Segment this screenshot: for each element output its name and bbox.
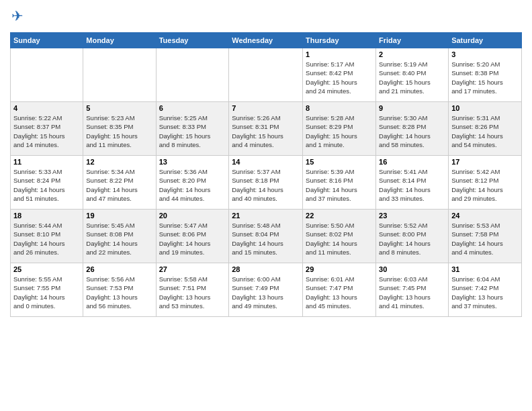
day-info: Sunrise: 5:25 AM Sunset: 8:33 PM Dayligh…	[159, 113, 226, 149]
day-number: 27	[159, 265, 226, 273]
day-info: Sunrise: 5:19 AM Sunset: 8:40 PM Dayligh…	[379, 60, 445, 95]
calendar-cell	[156, 48, 229, 102]
day-info: Sunrise: 5:23 AM Sunset: 8:35 PM Dayligh…	[86, 113, 152, 149]
calendar-cell: 7Sunrise: 5:26 AM Sunset: 8:31 PM Daylig…	[229, 102, 303, 156]
calendar-cell: 24Sunrise: 5:53 AM Sunset: 7:58 PM Dayli…	[449, 210, 522, 263]
calendar-cell: 8Sunrise: 5:28 AM Sunset: 8:29 PM Daylig…	[303, 102, 376, 156]
calendar-cell: 25Sunrise: 5:55 AM Sunset: 7:55 PM Dayli…	[11, 263, 83, 317]
calendar-cell: 16Sunrise: 5:41 AM Sunset: 8:14 PM Dayli…	[376, 156, 449, 210]
calendar-day-header: Thursday	[303, 33, 376, 48]
day-info: Sunrise: 6:03 AM Sunset: 7:45 PM Dayligh…	[379, 275, 445, 310]
day-info: Sunrise: 5:30 AM Sunset: 8:28 PM Dayligh…	[379, 113, 445, 149]
calendar-cell: 20Sunrise: 5:47 AM Sunset: 8:06 PM Dayli…	[156, 210, 229, 263]
calendar-cell: 31Sunrise: 6:04 AM Sunset: 7:42 PM Dayli…	[449, 263, 522, 317]
calendar-week-row: 1Sunrise: 5:17 AM Sunset: 8:42 PM Daylig…	[11, 48, 522, 102]
day-number: 20	[159, 212, 226, 220]
calendar-cell: 14Sunrise: 5:37 AM Sunset: 8:18 PM Dayli…	[229, 156, 303, 210]
day-number: 29	[306, 265, 373, 273]
day-number: 19	[86, 212, 152, 220]
calendar-cell: 6Sunrise: 5:25 AM Sunset: 8:33 PM Daylig…	[156, 102, 229, 156]
day-info: Sunrise: 5:17 AM Sunset: 8:42 PM Dayligh…	[306, 60, 373, 95]
day-number: 28	[232, 265, 300, 273]
calendar-cell: 28Sunrise: 6:00 AM Sunset: 7:49 PM Dayli…	[229, 263, 303, 317]
calendar-cell	[83, 48, 156, 102]
day-number: 24	[451, 212, 519, 220]
day-info: Sunrise: 5:47 AM Sunset: 8:06 PM Dayligh…	[159, 221, 226, 257]
day-info: Sunrise: 5:52 AM Sunset: 8:00 PM Dayligh…	[379, 221, 445, 257]
calendar-week-row: 4Sunrise: 5:22 AM Sunset: 8:37 PM Daylig…	[11, 102, 522, 156]
day-number: 11	[13, 158, 80, 166]
day-number: 18	[13, 212, 80, 220]
calendar-cell: 10Sunrise: 5:31 AM Sunset: 8:26 PM Dayli…	[449, 102, 522, 156]
day-info: Sunrise: 5:26 AM Sunset: 8:31 PM Dayligh…	[232, 113, 300, 149]
day-number: 21	[232, 212, 300, 220]
calendar-cell: 9Sunrise: 5:30 AM Sunset: 8:28 PM Daylig…	[376, 102, 449, 156]
calendar-week-row: 25Sunrise: 5:55 AM Sunset: 7:55 PM Dayli…	[11, 263, 522, 317]
calendar-cell: 2Sunrise: 5:19 AM Sunset: 8:40 PM Daylig…	[376, 48, 449, 102]
calendar-day-header: Monday	[83, 33, 156, 48]
calendar-week-row: 11Sunrise: 5:33 AM Sunset: 8:24 PM Dayli…	[11, 156, 522, 210]
day-info: Sunrise: 5:44 AM Sunset: 8:10 PM Dayligh…	[13, 221, 80, 257]
day-number: 15	[306, 158, 373, 166]
day-info: Sunrise: 5:39 AM Sunset: 8:16 PM Dayligh…	[306, 167, 373, 203]
calendar-cell: 27Sunrise: 5:58 AM Sunset: 7:51 PM Dayli…	[156, 263, 229, 317]
day-number: 13	[159, 158, 226, 166]
header: ✈	[10, 7, 522, 27]
day-number: 30	[379, 265, 445, 273]
day-info: Sunrise: 5:31 AM Sunset: 8:26 PM Dayligh…	[451, 113, 519, 149]
calendar-cell: 29Sunrise: 6:01 AM Sunset: 7:47 PM Dayli…	[303, 263, 376, 317]
calendar-table: SundayMondayTuesdayWednesdayThursdayFrid…	[10, 32, 522, 317]
day-info: Sunrise: 5:42 AM Sunset: 8:12 PM Dayligh…	[451, 167, 519, 203]
day-number: 8	[306, 104, 373, 112]
calendar-header-row: SundayMondayTuesdayWednesdayThursdayFrid…	[11, 33, 522, 48]
calendar-cell: 13Sunrise: 5:36 AM Sunset: 8:20 PM Dayli…	[156, 156, 229, 210]
day-info: Sunrise: 5:56 AM Sunset: 7:53 PM Dayligh…	[86, 275, 152, 310]
day-number: 6	[159, 104, 226, 112]
day-info: Sunrise: 5:22 AM Sunset: 8:37 PM Dayligh…	[13, 113, 80, 149]
calendar-cell: 17Sunrise: 5:42 AM Sunset: 8:12 PM Dayli…	[449, 156, 522, 210]
day-number: 7	[232, 104, 300, 112]
calendar-cell: 3Sunrise: 5:20 AM Sunset: 8:38 PM Daylig…	[449, 48, 522, 102]
calendar-cell: 30Sunrise: 6:03 AM Sunset: 7:45 PM Dayli…	[376, 263, 449, 317]
calendar-cell: 18Sunrise: 5:44 AM Sunset: 8:10 PM Dayli…	[11, 210, 83, 263]
day-number: 26	[86, 265, 152, 273]
calendar-cell: 22Sunrise: 5:50 AM Sunset: 8:02 PM Dayli…	[303, 210, 376, 263]
day-info: Sunrise: 6:01 AM Sunset: 7:47 PM Dayligh…	[306, 275, 373, 310]
calendar-cell: 15Sunrise: 5:39 AM Sunset: 8:16 PM Dayli…	[303, 156, 376, 210]
day-info: Sunrise: 5:50 AM Sunset: 8:02 PM Dayligh…	[306, 221, 373, 257]
day-info: Sunrise: 5:36 AM Sunset: 8:20 PM Dayligh…	[159, 167, 226, 203]
day-number: 25	[13, 265, 80, 273]
day-number: 14	[232, 158, 300, 166]
calendar-day-header: Friday	[376, 33, 449, 48]
calendar-cell: 23Sunrise: 5:52 AM Sunset: 8:00 PM Dayli…	[376, 210, 449, 263]
day-number: 31	[451, 265, 519, 273]
calendar-cell: 19Sunrise: 5:45 AM Sunset: 8:08 PM Dayli…	[83, 210, 156, 263]
day-number: 4	[13, 104, 80, 112]
day-info: Sunrise: 6:04 AM Sunset: 7:42 PM Dayligh…	[451, 275, 519, 310]
day-info: Sunrise: 5:28 AM Sunset: 8:29 PM Dayligh…	[306, 113, 373, 149]
general-blue-logo-icon: ✈	[10, 7, 30, 27]
day-number: 16	[379, 158, 445, 166]
day-number: 5	[86, 104, 152, 112]
calendar-week-row: 18Sunrise: 5:44 AM Sunset: 8:10 PM Dayli…	[11, 210, 522, 263]
day-number: 12	[86, 158, 152, 166]
logo: ✈	[10, 7, 32, 27]
day-info: Sunrise: 5:45 AM Sunset: 8:08 PM Dayligh…	[86, 221, 152, 257]
day-number: 3	[451, 50, 519, 58]
day-info: Sunrise: 5:41 AM Sunset: 8:14 PM Dayligh…	[379, 167, 445, 203]
calendar-cell: 1Sunrise: 5:17 AM Sunset: 8:42 PM Daylig…	[303, 48, 376, 102]
day-number: 23	[379, 212, 445, 220]
day-info: Sunrise: 5:48 AM Sunset: 8:04 PM Dayligh…	[232, 221, 300, 257]
day-info: Sunrise: 5:53 AM Sunset: 7:58 PM Dayligh…	[451, 221, 519, 257]
calendar-cell: 12Sunrise: 5:34 AM Sunset: 8:22 PM Dayli…	[83, 156, 156, 210]
day-info: Sunrise: 5:34 AM Sunset: 8:22 PM Dayligh…	[86, 167, 152, 203]
day-info: Sunrise: 6:00 AM Sunset: 7:49 PM Dayligh…	[232, 275, 300, 310]
day-number: 1	[306, 50, 373, 58]
calendar-cell: 26Sunrise: 5:56 AM Sunset: 7:53 PM Dayli…	[83, 263, 156, 317]
svg-text:✈: ✈	[11, 8, 24, 24]
calendar-cell	[229, 48, 303, 102]
calendar-day-header: Wednesday	[229, 33, 303, 48]
day-info: Sunrise: 5:33 AM Sunset: 8:24 PM Dayligh…	[13, 167, 80, 203]
day-number: 2	[379, 50, 445, 58]
calendar-cell: 21Sunrise: 5:48 AM Sunset: 8:04 PM Dayli…	[229, 210, 303, 263]
